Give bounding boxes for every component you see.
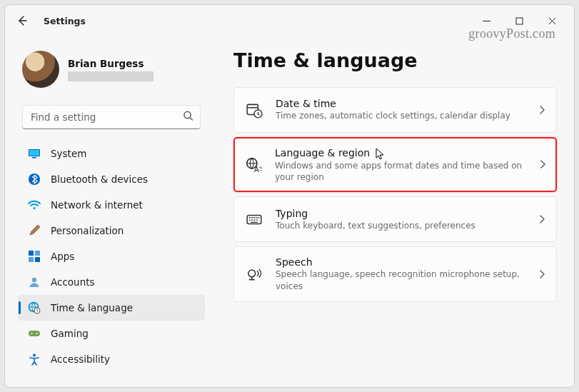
card-title: Date & time: [276, 98, 526, 109]
card-subtitle: Speech language, speech recognition micr…: [276, 268, 526, 291]
svg-point-6: [33, 207, 35, 209]
sidebar-item-gaming[interactable]: Gaming: [18, 321, 205, 346]
search-icon: [183, 111, 193, 124]
avatar: [22, 51, 59, 88]
accessibility-icon: [28, 353, 41, 366]
brush-icon: [28, 224, 41, 237]
sidebar-item-accounts[interactable]: Accounts: [18, 269, 205, 295]
svg-rect-14: [29, 331, 40, 336]
sidebar-nav: SystemBluetooth & devicesNetwork & inter…: [18, 141, 205, 372]
sidebar-item-label: Apps: [51, 251, 74, 262]
chevron-right-icon: [539, 268, 545, 281]
profile-email-redacted: [68, 71, 153, 81]
card-subtitle: Touch keyboard, text suggestions, prefer…: [276, 220, 526, 231]
sidebar-item-label: Time & language: [51, 302, 133, 313]
globe-lang-icon: A字: [245, 156, 262, 174]
card-speech[interactable]: SpeechSpeech language, speech recognitio…: [233, 246, 557, 301]
settings-window: Settings groovyPost.com Brian Burgess: [4, 4, 575, 388]
card-title: Language & region: [275, 146, 527, 159]
page-title: Time & language: [233, 49, 557, 71]
sidebar-item-accessibility[interactable]: Accessibility: [18, 346, 205, 372]
svg-point-15: [31, 333, 33, 334]
sidebar-item-bluetooth-devices[interactable]: Bluetooth & devices: [18, 166, 205, 192]
profile-name: Brian Burgess: [68, 58, 153, 69]
svg-point-23: [248, 270, 256, 277]
sidebar-item-network-internet[interactable]: Network & internet: [18, 192, 205, 218]
sidebar-item-personalization[interactable]: Personalization: [18, 218, 205, 243]
sidebar-item-label: Personalization: [51, 225, 124, 236]
body: Brian Burgess SystemBluetooth & devicesN…: [5, 36, 574, 387]
mouse-cursor-icon: [376, 148, 386, 161]
content: Time & language Date & timeTime zones, a…: [212, 36, 574, 387]
apps-icon: [28, 250, 41, 263]
svg-point-17: [33, 354, 36, 357]
svg-rect-4: [32, 157, 36, 159]
calendar-clock-icon: [246, 101, 263, 119]
sidebar-item-label: Accessibility: [51, 353, 110, 365]
wifi-icon: [28, 198, 41, 211]
svg-rect-9: [29, 257, 34, 262]
sidebar-item-label: Network & internet: [51, 199, 143, 211]
gaming-icon: [28, 327, 41, 340]
card-language-region[interactable]: A字Language & regionWindows and some apps…: [233, 137, 557, 192]
keyboard-icon: [246, 211, 263, 228]
svg-text:A字: A字: [254, 166, 262, 174]
card-text: Language & regionWindows and some apps f…: [275, 146, 527, 183]
card-text: TypingTouch keyboard, text suggestions, …: [276, 208, 526, 231]
system-icon: [28, 147, 41, 160]
profile-block[interactable]: Brian Burgess: [18, 39, 205, 95]
sidebar: Brian Burgess SystemBluetooth & devicesN…: [5, 36, 212, 387]
sidebar-item-label: Accounts: [51, 276, 95, 288]
card-date-time[interactable]: Date & timeTime zones, automatic clock s…: [233, 87, 557, 133]
card-subtitle: Time zones, automatic clock settings, ca…: [276, 110, 526, 121]
sidebar-item-label: System: [51, 148, 86, 159]
svg-rect-10: [35, 257, 40, 262]
svg-point-1: [184, 111, 191, 118]
svg-point-11: [32, 278, 36, 282]
person-icon: [28, 276, 41, 288]
bluetooth-icon: [28, 173, 41, 186]
speech-icon: [246, 266, 263, 283]
window-title: Settings: [44, 16, 86, 26]
chevron-right-icon: [540, 158, 545, 171]
svg-rect-0: [516, 18, 523, 24]
search-input[interactable]: [22, 105, 201, 129]
globe-clock-icon: [28, 301, 41, 314]
sidebar-item-apps[interactable]: Apps: [18, 243, 205, 269]
profile-meta: Brian Burgess: [68, 58, 153, 81]
chevron-right-icon: [539, 104, 545, 117]
sidebar-item-label: Gaming: [51, 328, 89, 339]
svg-point-16: [36, 333, 38, 334]
card-title: Speech: [276, 256, 526, 268]
sidebar-item-time-language[interactable]: Time & language: [18, 295, 205, 321]
card-text: Date & timeTime zones, automatic clock s…: [276, 98, 526, 121]
svg-rect-7: [29, 251, 34, 256]
card-text: SpeechSpeech language, speech recognitio…: [276, 256, 526, 291]
card-typing[interactable]: TypingTouch keyboard, text suggestions, …: [233, 196, 557, 242]
card-subtitle: Windows and some apps format dates and t…: [275, 160, 527, 183]
svg-rect-3: [29, 150, 39, 156]
cards-list: Date & timeTime zones, automatic clock s…: [233, 87, 557, 302]
back-button[interactable]: [11, 9, 34, 32]
chevron-right-icon: [539, 213, 545, 226]
svg-rect-8: [35, 251, 40, 256]
sidebar-item-label: Bluetooth & devices: [51, 174, 148, 185]
sidebar-item-system[interactable]: System: [18, 141, 205, 166]
search-box[interactable]: [22, 105, 201, 129]
watermark: groovyPost.com: [468, 26, 555, 41]
card-title: Typing: [276, 208, 526, 219]
